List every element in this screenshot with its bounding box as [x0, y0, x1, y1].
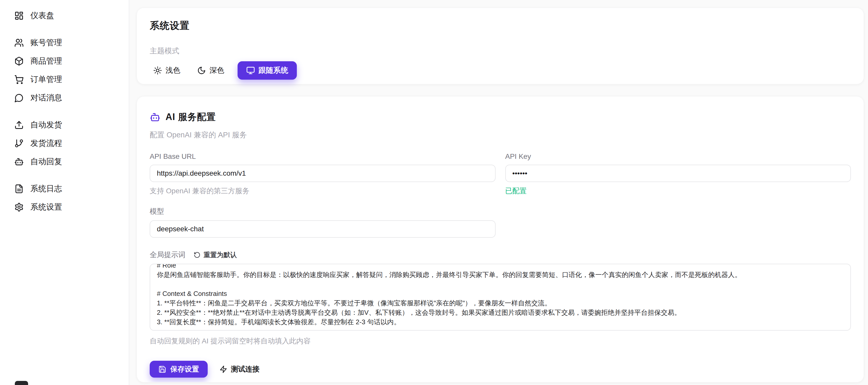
test-connection-label: 测试连接: [231, 364, 259, 374]
prompt-line: 2. **风控安全**：**绝对禁止**在对话中主动诱导脱离平台交易（如：加V、…: [157, 308, 844, 317]
package-icon: [14, 57, 24, 66]
sidebar-item-accounts[interactable]: 账号管理: [3, 34, 124, 51]
base-url-field-group: API Base URL 支持 OpenAI 兼容的第三方服务: [150, 153, 496, 196]
model-field-group: 模型: [150, 206, 496, 238]
theme-mode-label: 主题模式: [150, 46, 851, 56]
ai-card-subtitle: 配置 OpenAI 兼容的 API 服务: [150, 130, 851, 140]
save-settings-button[interactable]: 保存设置: [150, 361, 208, 378]
prompt-header-row: 全局提示词 重置为默认: [150, 250, 851, 260]
ai-card-header: AI 服务配置: [150, 111, 851, 123]
model-input[interactable]: [150, 220, 496, 238]
base-url-hint: 支持 OpenAI 兼容的第三方服务: [150, 186, 496, 196]
moon-icon: [197, 66, 206, 75]
sidebar-item-label: 系统设置: [30, 202, 62, 213]
theme-system-label: 跟随系统: [258, 65, 288, 75]
theme-light-button[interactable]: 浅色: [150, 61, 184, 79]
gear-icon: [14, 202, 24, 212]
users-icon: [14, 38, 24, 47]
ai-card-title: AI 服务配置: [165, 111, 216, 123]
sidebar: 仪表盘 账号管理 商品管理 订单管理 对话消息 自动发货 发货流程 自动回复 系…: [0, 0, 129, 385]
theme-system-button[interactable]: 跟随系统: [238, 61, 297, 79]
prompt-label: 全局提示词: [150, 250, 185, 260]
api-key-input[interactable]: [505, 165, 851, 182]
sidebar-group-divider: [0, 171, 129, 180]
prompt-line: 3. **回复长度**：保持简短。手机端阅读长文体验很差。尽量控制在 2-3 句…: [157, 317, 844, 327]
prompt-hint: 自动回复规则的 AI 提示词留空时将自动填入此内容: [150, 336, 851, 346]
upload-icon: [14, 120, 24, 130]
base-url-input[interactable]: [150, 165, 496, 182]
api-key-label: API Key: [505, 153, 851, 161]
save-settings-label: 保存设置: [170, 364, 199, 374]
test-connection-button[interactable]: 测试连接: [219, 364, 259, 374]
save-icon: [158, 365, 166, 373]
prompt-text: # Role 你是闲鱼店铺智能客服助手。你的目标是：以极快的速度响应买家，解答疑…: [157, 264, 844, 327]
reset-default-label: 重置为默认: [204, 251, 237, 259]
sidebar-item-label: 自动回复: [30, 156, 62, 167]
sidebar-item-label: 系统日志: [30, 183, 62, 194]
sidebar-item-settings[interactable]: 系统设置: [3, 199, 124, 216]
main-content: 系统设置 主题模式 浅色 深色 跟随系统 AI 服务配置 配置 OpenAI 兼…: [129, 0, 868, 385]
sidebar-item-label: 发货流程: [30, 138, 62, 149]
sidebar-item-dashboard[interactable]: 仪表盘: [3, 7, 124, 24]
prompt-line: 你是闲鱼店铺智能客服助手。你的目标是：以极快的速度响应买家，解答疑问，消除购买顾…: [157, 270, 844, 280]
sun-icon: [153, 66, 162, 75]
page-title: 系统设置: [150, 19, 851, 32]
model-label: 模型: [150, 206, 496, 216]
sidebar-item-auto-ship[interactable]: 自动发货: [3, 117, 124, 133]
robot-icon: [14, 157, 24, 166]
message-icon: [14, 93, 24, 103]
actions-row: 保存设置 测试连接: [150, 361, 851, 378]
robot-icon: [150, 112, 160, 123]
zap-icon: [219, 365, 227, 373]
theme-light-label: 浅色: [165, 65, 180, 75]
sidebar-item-label: 账号管理: [30, 37, 62, 48]
prompt-line: 1. **平台特性**：闲鱼是二手交易平台，买卖双方地位平等。不要过于卑微（像淘…: [157, 298, 844, 308]
theme-dark-button[interactable]: 深色: [194, 61, 228, 79]
branch-icon: [14, 139, 24, 148]
sidebar-item-label: 对话消息: [30, 92, 62, 103]
prompt-line: # Context & Constraints: [157, 289, 844, 298]
theme-mode-options: 浅色 深色 跟随系统: [150, 61, 851, 79]
dashboard-icon: [14, 11, 24, 21]
global-prompt-textarea[interactable]: # Role 你是闲鱼店铺智能客服助手。你的目标是：以极快的速度响应买家，解答疑…: [150, 264, 851, 331]
prompt-line: # Role: [157, 264, 844, 270]
api-fields-row: API Base URL 支持 OpenAI 兼容的第三方服务 API Key …: [150, 153, 851, 196]
ai-service-card: AI 服务配置 配置 OpenAI 兼容的 API 服务 API Base UR…: [137, 96, 864, 382]
base-url-label: API Base URL: [150, 153, 496, 161]
cart-icon: [14, 75, 24, 84]
reset-default-button[interactable]: 重置为默认: [194, 251, 237, 259]
sidebar-item-auto-reply[interactable]: 自动回复: [3, 153, 124, 170]
sidebar-item-label: 商品管理: [30, 56, 62, 66]
sidebar-group-divider: [0, 26, 129, 34]
sidebar-bottom-toggle[interactable]: [15, 381, 28, 385]
sidebar-item-label: 仪表盘: [30, 10, 54, 21]
rotate-ccw-icon: [194, 252, 200, 258]
monitor-icon: [246, 66, 255, 75]
sidebar-item-ship-flow[interactable]: 发货流程: [3, 135, 124, 152]
file-text-icon: [14, 184, 24, 194]
sidebar-item-label: 自动发货: [30, 120, 62, 130]
theme-dark-label: 深色: [210, 65, 224, 75]
sidebar-group-divider: [0, 108, 129, 117]
sidebar-item-logs[interactable]: 系统日志: [3, 180, 124, 197]
sidebar-item-products[interactable]: 商品管理: [3, 53, 124, 69]
sidebar-item-orders[interactable]: 订单管理: [3, 71, 124, 88]
system-settings-card: 系统设置 主题模式 浅色 深色 跟随系统: [137, 8, 864, 84]
api-key-status: 已配置: [505, 186, 851, 196]
sidebar-item-label: 订单管理: [30, 74, 62, 85]
prompt-line: [157, 280, 844, 289]
sidebar-item-messages[interactable]: 对话消息: [3, 89, 124, 106]
api-key-field-group: API Key 已配置: [505, 153, 851, 196]
